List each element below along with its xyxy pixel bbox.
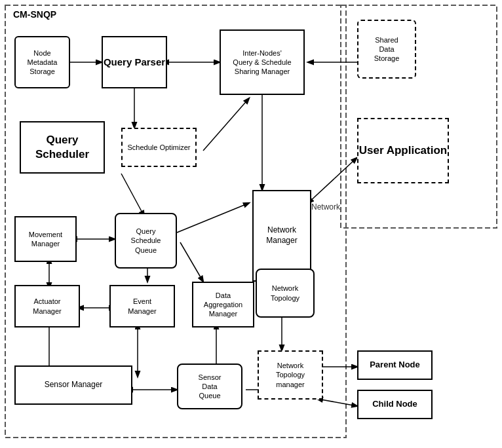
user-application: User Application [357,118,449,183]
query-schedule-queue: Query Schedule Queue [115,213,177,269]
actuator-manager: Actuator Manager [14,285,80,327]
node-metadata-storage: Node Metadata Storage [14,36,70,88]
data-aggregation-manager: Data Aggregation Manager [192,282,254,327]
network-topology: Network Topology [256,269,315,318]
inter-nodes-manager: Inter-Nodes' Query & Schedule Sharing Ma… [220,29,305,95]
svg-line-11 [177,203,249,233]
svg-line-10 [180,242,203,282]
svg-line-23 [308,160,354,203]
diagram: Network CM-SNQP Node Metadata Storage Qu… [0,0,502,448]
network-topology-manager: Network Topology manager [258,350,323,400]
event-manager: Event Manager [109,285,175,327]
sensor-manager: Sensor Manager [14,365,132,405]
svg-line-7 [203,98,249,151]
network-manager: Network Manager [252,190,311,282]
shared-data-storage: Shared Data Storage [357,20,416,79]
svg-text:Network: Network [311,202,341,212]
child-node: Child Node [357,390,433,419]
svg-line-8 [121,174,144,216]
query-parser: Query Parser [102,36,167,88]
parent-node: Parent Node [357,350,433,380]
query-scheduler: Query Scheduler [20,121,105,174]
movement-manager: Movement Manager [14,216,77,262]
svg-line-25 [321,400,357,406]
cm-snqp-label: CM-SNQP [13,9,56,20]
sensor-data-queue: Sensor Data Queue [177,364,242,409]
schedule-optimizer: Schedule Optimizer [121,128,197,167]
